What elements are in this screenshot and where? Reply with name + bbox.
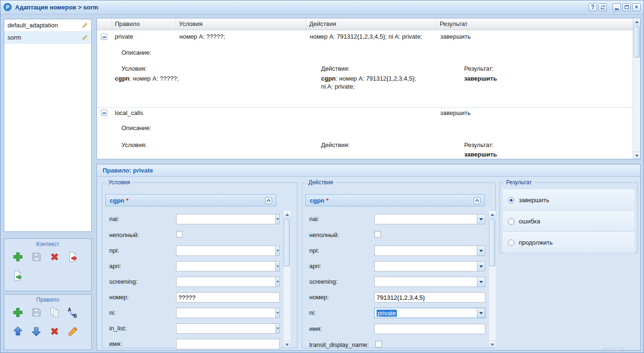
screening-input[interactable] xyxy=(375,277,477,287)
column-header-conditions[interactable]: Условия xyxy=(176,18,306,30)
result-option-finish[interactable]: завершить xyxy=(503,189,635,211)
svg-text:B: B xyxy=(73,313,77,318)
name-input[interactable] xyxy=(176,339,280,349)
scroll-thumb[interactable] xyxy=(489,219,495,266)
rules-grid: Правило Условия Действия Результат priva… xyxy=(97,18,641,159)
result-option-error[interactable]: ошибка xyxy=(503,211,635,232)
npi-select[interactable] xyxy=(374,246,485,256)
nai-select[interactable] xyxy=(374,214,485,224)
chevron-down-icon[interactable] xyxy=(477,246,485,255)
chevron-down-icon[interactable] xyxy=(477,214,485,224)
chevron-down-icon[interactable] xyxy=(275,277,279,287)
name-input[interactable] xyxy=(374,324,485,334)
delete-rule-button[interactable] xyxy=(48,325,61,337)
chevron-down-icon[interactable] xyxy=(275,324,279,333)
move-down-button[interactable] xyxy=(30,325,42,337)
chevron-down-icon[interactable] xyxy=(275,246,279,255)
window-titlebar: P Адаптация номеров > sorm ? × xyxy=(0,0,644,15)
import-context-button[interactable] xyxy=(67,251,79,263)
incomplete-checkbox[interactable] xyxy=(374,231,381,238)
radio-selected-icon[interactable] xyxy=(508,197,515,204)
collapse-chevron-icon[interactable] xyxy=(265,197,272,204)
number-input[interactable] xyxy=(176,292,280,303)
in-list-select[interactable] xyxy=(176,323,280,334)
cell-conditions: номер A: ?????; xyxy=(179,33,225,40)
edit-pencil-icon[interactable] xyxy=(82,22,88,28)
scroll-down-button[interactable] xyxy=(633,152,640,159)
conditions-scrollbar xyxy=(283,211,290,348)
copy-rule-button[interactable] xyxy=(48,306,61,319)
incomplete-checkbox[interactable] xyxy=(176,231,183,238)
column-header-rule[interactable]: Правило xyxy=(112,18,176,30)
apri-input[interactable] xyxy=(375,262,477,271)
apri-input[interactable] xyxy=(177,262,275,271)
number-input[interactable] xyxy=(374,292,485,303)
rename-rule-button[interactable]: AB xyxy=(67,306,79,319)
transit-display-name-checkbox[interactable] xyxy=(375,341,382,347)
scroll-down-button[interactable] xyxy=(283,341,290,348)
column-header-actions[interactable]: Действия xyxy=(306,18,437,30)
collapse-row-icon[interactable] xyxy=(101,109,107,116)
ni-label: ni: xyxy=(109,309,116,316)
save-rule-button[interactable] xyxy=(30,306,42,319)
scroll-thumb[interactable] xyxy=(634,26,640,57)
close-button[interactable]: × xyxy=(632,3,641,11)
chevron-down-icon[interactable] xyxy=(275,262,279,271)
chevron-down-icon[interactable] xyxy=(275,308,279,318)
context-list-item-sorm[interactable]: sorm xyxy=(4,32,91,44)
export-context-button[interactable] xyxy=(12,270,24,282)
cgpn-group-header[interactable]: cgpn * xyxy=(306,194,485,206)
chevron-down-icon[interactable] xyxy=(477,308,485,318)
scroll-down-button[interactable] xyxy=(489,341,496,348)
collapse-row-icon[interactable] xyxy=(101,33,107,40)
scroll-thumb[interactable] xyxy=(284,219,290,266)
npi-select[interactable] xyxy=(176,246,280,256)
move-up-button[interactable] xyxy=(12,325,24,337)
edit-rule-button[interactable] xyxy=(67,325,79,337)
ni-input[interactable] xyxy=(177,308,275,318)
scroll-up-button[interactable] xyxy=(633,18,640,25)
edit-pencil-icon[interactable] xyxy=(82,34,88,41)
apri-select[interactable] xyxy=(176,261,280,271)
expander-column-header[interactable] xyxy=(97,18,112,30)
grid-row-private[interactable]: private номер A: ?????; номер A: 791312{… xyxy=(97,31,633,42)
context-list-item-default-adaptation[interactable]: default_adaptation xyxy=(4,19,91,32)
radio-icon[interactable] xyxy=(508,218,515,225)
maximize-button[interactable] xyxy=(622,3,631,11)
nai-input[interactable] xyxy=(177,214,275,224)
help-button[interactable]: ? xyxy=(588,3,597,11)
chevron-down-icon[interactable] xyxy=(477,277,485,287)
chevron-down-icon[interactable] xyxy=(477,262,485,271)
screening-input[interactable] xyxy=(177,277,275,287)
nai-input[interactable] xyxy=(375,214,477,224)
result-option-continue[interactable]: продолжить xyxy=(503,232,635,253)
group-title: cgpn xyxy=(310,197,324,204)
scroll-up-button[interactable] xyxy=(283,211,290,218)
in-list-input[interactable] xyxy=(177,324,275,333)
actions-fieldset: Действия cgpn * nai: неполный: npi: apri… xyxy=(302,182,496,348)
npi-input[interactable] xyxy=(177,246,275,255)
column-header-result[interactable]: Результат xyxy=(437,18,633,30)
scroll-up-button[interactable] xyxy=(489,211,496,218)
ni-select[interactable] xyxy=(176,308,280,318)
add-context-button[interactable] xyxy=(12,251,24,263)
minimize-button[interactable] xyxy=(612,3,621,11)
grid-row-local-calls[interactable]: local_calls завершить xyxy=(97,107,633,118)
npi-input[interactable] xyxy=(375,246,477,255)
conditions-fieldset: Условия cgpn * nai: неполный: npi: apri:… xyxy=(102,182,298,348)
radio-icon[interactable] xyxy=(508,239,515,246)
delete-context-button[interactable] xyxy=(48,251,61,263)
cgpn-group-header[interactable]: cgpn * xyxy=(105,194,276,206)
save-context-button[interactable] xyxy=(30,251,42,263)
in-list-label: in_list: xyxy=(109,325,127,332)
add-rule-button[interactable] xyxy=(12,306,24,319)
screening-select[interactable] xyxy=(176,277,280,287)
nai-select[interactable] xyxy=(176,214,280,224)
collapse-chevron-icon[interactable] xyxy=(474,197,481,204)
ni-select[interactable]: private xyxy=(374,308,485,318)
refresh-button[interactable] xyxy=(598,3,607,11)
apri-select[interactable] xyxy=(374,261,485,271)
result-label: Результат: xyxy=(464,65,494,72)
chevron-down-icon[interactable] xyxy=(275,214,279,224)
screening-select[interactable] xyxy=(374,277,485,287)
